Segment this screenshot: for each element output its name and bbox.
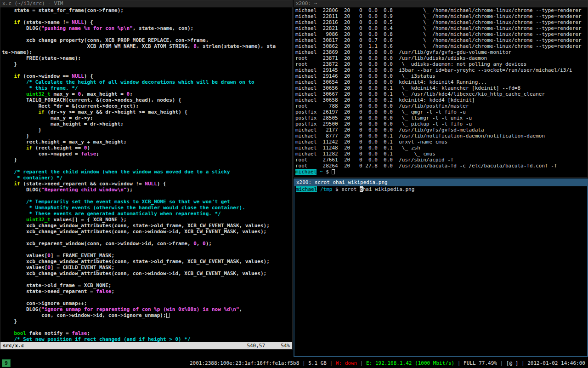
terminal-line: michael 11248 20 0 0.0 0.1 \_ zsh xyxy=(295,145,588,151)
status-item-disk: 5.1 GB xyxy=(308,360,327,366)
code-line: if (con->window == NULL) { xyxy=(2,73,292,79)
vim-editor[interactable]: state = state_for_frame(con->frame); if … xyxy=(0,7,292,343)
code-line: uint32_t max_y = 0, max_height = 0; xyxy=(2,91,292,97)
status-separator: | xyxy=(518,360,527,366)
code-line: xcb_change_window_attributes(conn, con->… xyxy=(2,270,292,276)
code-line xyxy=(2,163,292,169)
terminal-line: michael 22821 20 0 0.0 0.4 \_ /home/mich… xyxy=(295,25,588,31)
terminal-line: root 23872 20 0 0.0 0.0 \_ udisks-daemon… xyxy=(295,61,588,67)
scrot-terminal-titlebar[interactable]: x200: scrot ohai_wikipedia.png xyxy=(294,179,587,186)
code-line: con->mapped = false; xyxy=(2,151,292,157)
vim-titlebar[interactable]: x.c (~/i3/src) - VIM xyxy=(0,0,292,7)
code-line: /* Calculate the height of all window de… xyxy=(2,79,292,85)
terminal-line: michael 11282 20 0 0.0 0.1 \_ cmus xyxy=(295,151,588,157)
ps-terminal-window[interactable]: x200: ~ michael 22806 20 0 0.0 0.8 \_ /h… xyxy=(294,0,588,178)
status-item-datetime: 2012-01-02 14:46:00 xyxy=(527,360,585,366)
terminal-line: root 27661 20 0 0.0 0.0 /usr/sbin/acpid … xyxy=(295,157,588,163)
code-line: TAILQ_FOREACH(current, &(con->nodes_head… xyxy=(2,97,292,103)
code-line: xcb_change_property(conn, XCB_PROP_MODE_… xyxy=(2,37,292,43)
scrot-terminal-window[interactable]: x200: scrot ohai_wikipedia.png michael /… xyxy=(294,178,588,357)
code-line: if (dr->y >= max_y && dr->height >= max_… xyxy=(2,109,292,115)
terminal-line: postfix 29500 20 0 0.0 0.0 \_ pickup -l … xyxy=(295,121,588,127)
code-line: xcb_change_window_attributes(conn, state… xyxy=(2,259,292,264)
code-line: /* Temporarily set the event masks to XC… xyxy=(2,199,292,205)
code-line: } xyxy=(2,61,292,67)
code-line xyxy=(2,294,292,300)
terminal-line: michael 29145 20 0 0.0 0.0 i3bar --bar_i… xyxy=(295,67,588,73)
code-line: state->old_frame = XCB_NONE; xyxy=(2,282,292,288)
status-separator: | xyxy=(357,360,366,366)
code-line: con->ignore_unmap++; xyxy=(2,300,292,306)
code-line xyxy=(2,235,292,241)
code-line: max_y = dr->y; xyxy=(2,115,292,121)
code-line: state = state_for_frame(con->frame); xyxy=(2,7,292,13)
code-line xyxy=(2,247,292,253)
code-line: DLOG("Reparenting child window\n"); xyxy=(2,187,292,193)
vim-cursor-position: 540,57 xyxy=(247,342,265,349)
status-separator: | xyxy=(299,360,308,366)
terminal-line: michael 22806 20 0 0.0 0.8 \_ /home/mich… xyxy=(295,7,588,13)
code-line: } xyxy=(2,318,292,324)
code-line: DLOG("pushing name %s for con %p\n", sta… xyxy=(2,25,292,31)
ps-terminal-output[interactable]: michael 22806 20 0 0.0 0.8 \_ /home/mich… xyxy=(294,7,588,178)
code-line: if (rect.height == 0) xyxy=(2,145,292,151)
terminal-line: michael 22816 20 0 0.0 0.5 \_ /home/mich… xyxy=(295,19,588,25)
vim-scroll-percent: 54% xyxy=(281,342,290,349)
terminal-line: michael 23869 20 0 0.0 0.0 /usr/lib/gvfs… xyxy=(295,49,588,55)
status-item-volume: [@ ] xyxy=(506,360,519,366)
terminal-line: michael 30654 20 0 0.0 0.0 kdeinit4: kde… xyxy=(295,79,588,85)
code-line: XCB_ATOM_WM_NAME, XCB_ATOM_STRING, 8, st… xyxy=(2,43,292,49)
code-line: xcb_change_window_attributes(conn, con->… xyxy=(2,229,292,235)
terminal-line: michael /tmp $ scrot ohai_wikipedia.png xyxy=(296,186,587,192)
terminal-line: michael 8777 20 0 0.0 0.1 /usr/lib/notif… xyxy=(295,133,588,139)
code-line: } xyxy=(2,127,292,133)
code-line: if (state->need_reparent && con->window … xyxy=(2,181,292,187)
code-line xyxy=(2,324,292,330)
code-line: if (state->name != NULL) { xyxy=(2,19,292,25)
i3bar: 9 2001:2388:100e:23:1af:16ff:fe1a:f5b8 |… xyxy=(0,358,588,368)
code-line: /* reparent the child window (when the w… xyxy=(2,169,292,175)
vim-statusline: src/x.c 540,57 54% xyxy=(0,342,292,349)
code-line: * container) */ xyxy=(2,175,292,181)
code-line: * UnmapNotify events (otherwise the hand… xyxy=(2,205,292,211)
terminal-line: michael 22811 20 0 0.0 0.9 \_ /home/mich… xyxy=(295,13,588,19)
code-line: state->need_reparent = false; xyxy=(2,288,292,294)
code-line: xcb_reparent_window(conn, con->window->i… xyxy=(2,241,292,247)
terminal-line: postfix 26197 20 0 0.0 0.0 \_ qmgr -l -t… xyxy=(295,109,588,115)
terminal-line: michael 30862 20 0 1.1 0.6 \_ /home/mich… xyxy=(295,43,588,49)
code-line: FREE(state->name); xyxy=(2,55,292,61)
ps-terminal-titlebar[interactable]: x200: ~ xyxy=(294,0,588,7)
terminal-line: michael 30656 20 0 0.0 0.1 \_ kdeinit4: … xyxy=(295,85,588,91)
code-line xyxy=(2,276,292,282)
terminal-line: root 28264 20 0 27.8 0.0 /usr/sbin/bacul… xyxy=(295,163,588,169)
code-line xyxy=(2,193,292,199)
code-line: } xyxy=(2,157,292,163)
code-line: te->name); xyxy=(2,49,292,55)
status-item-wireless: W: down xyxy=(336,360,357,366)
text-cursor: o xyxy=(360,186,363,192)
terminal-line: root 23871 20 0 0.0 0.0 /usr/lib/udisks/… xyxy=(295,55,588,61)
terminal-line: michael 11242 20 0 0.0 0.1 urxvt -name c… xyxy=(295,139,588,145)
status-separator: | xyxy=(497,360,506,366)
terminal-line: michael 30817 20 0 0.7 0.6 \_ /home/mich… xyxy=(295,37,588,43)
workspace-button-9[interactable]: 9 xyxy=(2,359,11,367)
terminal-line: michael 29146 20 0 0.0 0.0 \_ i3status xyxy=(295,73,588,79)
terminal-line: root 788 20 0 0.0 0.0 /usr/lib/postfix/m… xyxy=(295,103,588,109)
terminal-line: michael 30658 20 0 0.0 0.2 kdeinit4: kde… xyxy=(295,97,588,103)
code-line: con, con->window->id, con->ignore_unmap)… xyxy=(2,312,292,318)
terminal-line: michael 2177 20 0 0.0 0.0 /usr/lib/gvfs/… xyxy=(295,127,588,133)
terminal-line: michael 9086 20 0 0.0 0.8 \_ /home/micha… xyxy=(295,31,588,37)
code-line: xcb_change_window_attributes(conn, state… xyxy=(2,223,292,229)
code-line: } xyxy=(2,133,292,139)
scrot-terminal-output[interactable]: michael /tmp $ scrot ohai_wikipedia.png xyxy=(294,186,587,355)
code-line: DLOG("ignore_unmap for reparenting of co… xyxy=(2,306,292,312)
code-line: * These events are generated automatical… xyxy=(2,211,292,217)
terminal-line: michael 30667 20 0 0.0 0.1 \_ /usr/lib/k… xyxy=(295,91,588,97)
desktop: x.c (~/i3/src) - VIM state = state_for_f… xyxy=(0,0,588,368)
code-line: /* Set new position if rect changed (and… xyxy=(2,336,292,342)
code-line xyxy=(2,13,292,19)
vim-filename: src/x.c xyxy=(3,342,24,349)
text-cursor xyxy=(166,313,170,318)
vim-window[interactable]: x.c (~/i3/src) - VIM state = state_for_f… xyxy=(0,0,293,350)
code-line xyxy=(2,31,292,37)
